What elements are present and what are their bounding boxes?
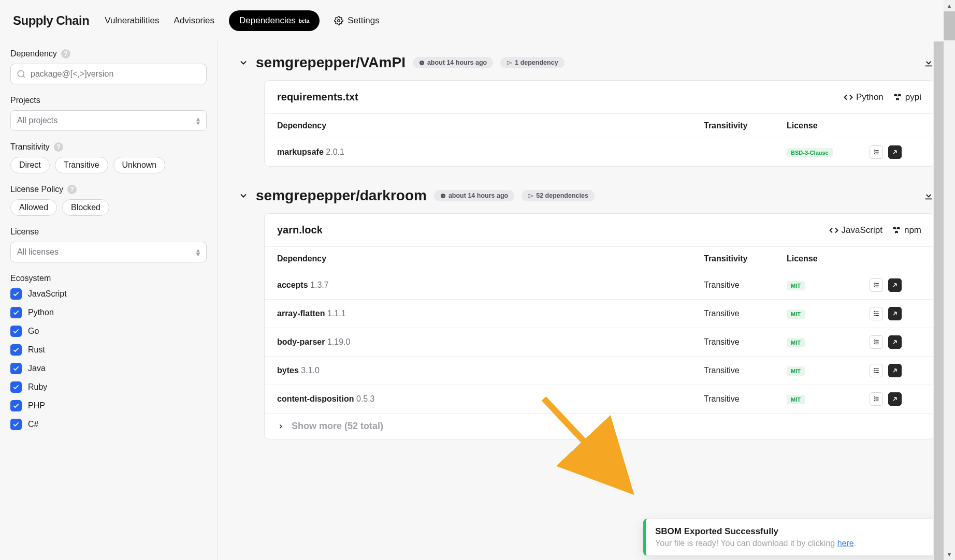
download-icon[interactable] — [923, 190, 934, 201]
ecosystem-label: Rust — [28, 345, 45, 355]
outer-scrollbar[interactable]: ▲ ▼ — [944, 0, 955, 560]
checkbox-icon — [10, 307, 22, 318]
list-button[interactable] — [870, 364, 883, 377]
list-button[interactable] — [870, 335, 883, 349]
list-button[interactable] — [870, 145, 883, 159]
toast-link[interactable]: here — [837, 539, 854, 548]
main-content: semgrepepper/VAmPIabout 14 hours ago1 de… — [218, 41, 955, 560]
updown-icon: ▴▾ — [196, 116, 200, 125]
chevron-right-icon — [277, 423, 284, 430]
svg-point-11 — [529, 194, 530, 195]
show-more[interactable]: Show more (52 total) — [265, 413, 934, 439]
license-tag: BSD-3-Clause — [787, 148, 833, 157]
code-icon — [844, 93, 853, 102]
dependency-icon — [528, 193, 533, 199]
external-link-icon — [891, 310, 899, 317]
help-icon[interactable]: ? — [67, 185, 77, 194]
dependency-search-input[interactable] — [10, 64, 207, 84]
filter-license-policy-label: License Policy ? — [10, 185, 207, 194]
nav-dependencies[interactable]: Dependencies beta — [229, 10, 320, 31]
dep-version: 0.5.3 — [356, 394, 375, 403]
external-link-icon — [891, 149, 899, 156]
scroll-down-icon[interactable]: ▼ — [944, 549, 955, 560]
open-button[interactable] — [888, 307, 902, 320]
registry-badge: pypi — [893, 92, 921, 102]
dep-version: 1.19.0 — [327, 337, 350, 346]
nav-advisories[interactable]: Advisories — [174, 16, 214, 26]
filter-dependency-label: Dependency ? — [10, 49, 207, 58]
chip-blocked[interactable]: Blocked — [62, 199, 109, 216]
ecosystem-python[interactable]: Python — [10, 307, 207, 318]
license-tag: MIT — [787, 310, 805, 319]
dep-name: bytes — [277, 366, 299, 375]
help-icon[interactable]: ? — [54, 142, 63, 152]
dep-transitivity: Transitive — [704, 366, 787, 375]
chevron-down-icon[interactable] — [238, 190, 249, 201]
license-select[interactable]: All licenses ▴▾ — [10, 242, 207, 262]
checkbox-icon — [10, 363, 22, 374]
chip-allowed[interactable]: Allowed — [10, 199, 57, 216]
filter-projects-label: Projects — [10, 96, 207, 105]
open-button[interactable] — [888, 392, 902, 406]
ecosystem-csharp[interactable]: C# — [10, 419, 207, 430]
clock-icon — [419, 60, 425, 66]
svg-point-13 — [532, 195, 533, 196]
list-button[interactable] — [870, 392, 883, 406]
open-button[interactable] — [888, 335, 902, 349]
help-icon[interactable]: ? — [61, 49, 70, 58]
nav-settings[interactable]: Settings — [334, 16, 379, 26]
ecosystem-go[interactable]: Go — [10, 326, 207, 337]
scroll-up-icon[interactable]: ▲ — [944, 0, 955, 11]
ecosystem-label: Java — [28, 364, 46, 373]
language-badge: JavaScript — [829, 225, 882, 235]
list-button[interactable] — [870, 278, 883, 292]
ecosystem-label: JavaScript — [28, 289, 67, 299]
ecosystem-php[interactable]: PHP — [10, 400, 207, 411]
checkbox-icon — [10, 419, 22, 430]
scrollbar-thumb[interactable] — [944, 11, 955, 40]
open-button[interactable] — [888, 145, 902, 159]
chevron-down-icon[interactable] — [238, 57, 249, 68]
dependency-row: body-parser 1.19.0TransitiveMIT — [265, 328, 934, 356]
project: semgrepepper/VAmPIabout 14 hours ago1 de… — [238, 54, 934, 167]
dependency-row: markupsafe 2.0.1BSD-3-Clause — [265, 138, 934, 166]
chip-direct[interactable]: Direct — [10, 157, 50, 173]
checkbox-icon — [10, 400, 22, 411]
open-button[interactable] — [888, 364, 902, 377]
nav-vulnerabilities[interactable]: Vulnerabilities — [105, 16, 159, 26]
lockfile-card: yarn.lockJavaScriptnpmDependencyTransiti… — [264, 213, 934, 439]
registry-icon — [893, 93, 902, 102]
dep-name: accepts — [277, 281, 308, 289]
list-icon — [873, 367, 880, 374]
lockfile-card: requirements.txtPythonpypiDependencyTran… — [264, 80, 934, 167]
dependency-row: accepts 1.3.7TransitiveMIT — [265, 271, 934, 299]
top-nav: Supply Chain Vulnerabilities Advisories … — [0, 0, 955, 41]
chip-transitive[interactable]: Transitive — [55, 157, 108, 173]
ecosystem-label: Go — [28, 327, 39, 336]
lockfile-name: yarn.lock — [277, 224, 323, 236]
projects-select[interactable]: All projects ▴▾ — [10, 110, 207, 131]
list-icon — [873, 282, 880, 289]
list-button[interactable] — [870, 307, 883, 320]
inner-scrollbar[interactable] — [933, 41, 944, 560]
scrollbar-thumb[interactable] — [934, 41, 944, 560]
beta-badge: beta — [299, 18, 310, 24]
ecosystem-label: Ruby — [28, 382, 47, 392]
ecosystem-java[interactable]: Java — [10, 363, 207, 374]
download-icon[interactable] — [923, 57, 934, 68]
chip-unknown[interactable]: Unknown — [113, 157, 166, 173]
project-name: semgrepepper/VAmPI — [256, 54, 406, 71]
external-link-icon — [891, 395, 899, 403]
dependency-row: content-disposition 0.5.3TransitiveMIT — [265, 385, 934, 413]
open-button[interactable] — [888, 278, 902, 292]
svg-point-12 — [529, 196, 530, 197]
ecosystem-ruby[interactable]: Ruby — [10, 381, 207, 393]
list-icon — [873, 310, 880, 317]
registry-badge: npm — [892, 225, 921, 235]
updown-icon: ▴▾ — [196, 248, 200, 256]
dep-transitivity: Transitive — [704, 337, 787, 347]
dep-version: 3.1.0 — [301, 366, 320, 375]
ecosystem-rust[interactable]: Rust — [10, 344, 207, 356]
ecosystem-javascript[interactable]: JavaScript — [10, 288, 207, 300]
external-link-icon — [891, 338, 899, 346]
